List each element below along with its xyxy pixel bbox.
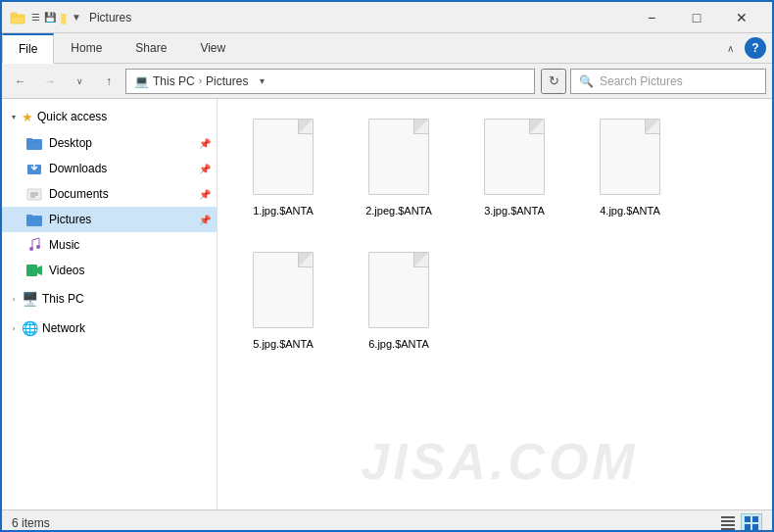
file-icon-2 [479,114,550,200]
star-icon: ★ [22,110,33,124]
title-bar: ☰ 💾 ▮ ▼ Pictures − □ ✕ [2,2,772,33]
back-button[interactable]: ← [8,69,33,94]
view-details-button[interactable] [717,513,739,533]
svg-rect-7 [26,215,32,218]
file-name-2: 3.jpg.$ANTA [484,204,545,218]
dropdown-button[interactable]: ∨ [67,69,92,94]
file-item-2[interactable]: 3.jpg.$ANTA [460,107,568,224]
svg-rect-17 [745,524,750,530]
thispc-expand-icon: › [6,291,22,307]
view-icons-button[interactable] [741,513,762,533]
tab-home[interactable]: Home [54,33,119,63]
file-item-5[interactable]: 6.jpg.$ANTA [345,240,453,358]
file-name-3: 4.jpg.$ANTA [600,204,660,218]
network-expand-icon: › [6,320,22,336]
ribbon-tabs: File Home Share View ∧ ? [2,33,772,63]
search-placeholder: Search Pictures [600,74,683,88]
network-header[interactable]: › 🌐 Network [2,314,217,342]
pin-icon-downloads: 📌 [199,164,211,174]
sidebar-music-label: Music [49,238,217,252]
address-box[interactable]: 💻 This PC › Pictures ▾ [125,69,535,94]
documents-icon [25,185,43,203]
quick-access-label: Quick access [37,110,107,123]
svg-rect-1 [11,13,17,16]
ribbon-collapse-button[interactable]: ∧ [717,35,743,61]
videos-icon [25,262,43,279]
file-name-1: 2.jpeg.$ANTA [365,204,432,218]
search-icon: 🔍 [579,74,594,88]
quick-access-section: ▾ ★ Quick access Desktop 📌 [2,103,217,283]
svg-rect-12 [721,520,735,522]
pin-icon-documents: 📌 [199,189,211,200]
network-section: › 🌐 Network [2,314,217,342]
svg-point-8 [29,247,33,251]
file-item-1[interactable]: 2.jpeg.$ANTA [345,107,453,224]
up-button[interactable]: ↑ [96,69,121,94]
ribbon-help-button[interactable]: ? [745,37,766,59]
sidebar-item-pictures[interactable]: Pictures 📌 [2,207,217,232]
sidebar-documents-label: Documents [49,187,199,201]
file-icon-5 [363,247,434,333]
item-count: 6 items [12,516,50,530]
svg-rect-14 [721,528,735,530]
pin-icon-pictures: 📌 [199,215,211,225]
file-item-4[interactable]: 5.jpg.$ANTA [229,240,337,358]
sidebar-downloads-label: Downloads [49,162,199,175]
title-bar-icon [10,10,25,25]
maximize-button[interactable]: □ [674,2,719,33]
downloads-icon [25,160,43,177]
file-icon-4 [248,247,318,333]
path-pictures: Pictures [206,74,248,88]
title-bar-buttons: − □ ✕ [629,2,764,33]
file-item-0[interactable]: 1.jpg.$ANTA [229,107,337,224]
file-area: 1.jpg.$ANTA 2.jpeg.$ANTA 3.jpg.$ANTA 4.j… [218,99,772,509]
sidebar-item-desktop[interactable]: Desktop 📌 [2,130,217,156]
ribbon: File Home Share View ∧ ? [2,33,772,64]
file-name-5: 6.jpg.$ANTA [368,337,429,351]
pictures-icon [25,211,43,228]
svg-rect-3 [26,138,32,141]
close-button[interactable]: ✕ [719,2,764,33]
svg-rect-6 [26,216,42,226]
svg-rect-0 [11,15,24,24]
sidebar-videos-label: Videos [49,264,217,277]
this-pc-label: This PC [42,292,84,306]
file-item-3[interactable]: 4.jpg.$ANTA [576,107,684,224]
svg-point-9 [36,245,40,249]
address-bar: ← → ∨ ↑ 💻 This PC › Pictures ▾ ↻ 🔍 Searc… [2,64,772,99]
file-icon-3 [595,114,665,200]
forward-button[interactable]: → [37,69,63,94]
path-thispc: This PC [153,74,195,88]
tab-view[interactable]: View [183,33,242,63]
search-box[interactable]: 🔍 Search Pictures [570,69,766,94]
main-layout: ▾ ★ Quick access Desktop 📌 [2,99,772,509]
svg-rect-18 [752,524,758,530]
tab-share[interactable]: Share [119,33,183,63]
title-bar-title: Pictures [89,11,629,24]
sidebar-pictures-label: Pictures [49,213,199,226]
svg-rect-15 [745,516,750,522]
this-pc-section: › 🖥️ This PC [2,285,217,313]
address-dropdown-icon[interactable]: ▾ [252,69,271,94]
sidebar-item-music[interactable]: Music [2,232,217,258]
minimize-button[interactable]: − [629,2,674,33]
tab-file[interactable]: File [2,33,54,64]
sidebar-item-downloads[interactable]: Downloads 📌 [2,156,217,181]
svg-rect-11 [721,516,735,518]
music-icon [25,236,43,254]
this-pc-header[interactable]: › 🖥️ This PC [2,285,217,313]
sidebar-item-videos[interactable]: Videos [2,258,217,283]
file-name-4: 5.jpg.$ANTA [253,337,314,351]
expand-icon: ▾ [6,109,22,124]
svg-rect-16 [752,516,758,522]
sidebar-desktop-label: Desktop [49,136,199,150]
refresh-button[interactable]: ↻ [541,69,566,94]
status-bar: 6 items [2,509,772,532]
svg-rect-10 [26,265,37,276]
quick-access-header[interactable]: ▾ ★ Quick access [2,103,217,130]
sidebar: ▾ ★ Quick access Desktop 📌 [2,99,218,509]
pin-icon-desktop: 📌 [199,138,211,149]
svg-rect-2 [26,139,42,150]
sidebar-item-documents[interactable]: Documents 📌 [2,181,217,207]
path-chevron: › [199,75,202,86]
